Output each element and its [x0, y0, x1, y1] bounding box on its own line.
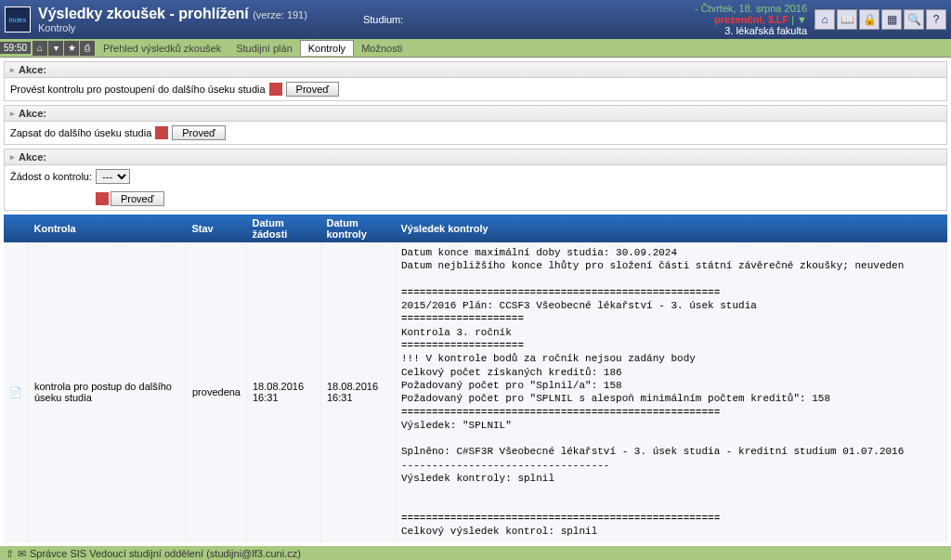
home-icon[interactable]: ⌂ — [814, 9, 835, 30]
action-panel-2: Akce: Zapsat do dalšího úseku studia Pro… — [4, 105, 947, 145]
version-label: (verze: 191) — [253, 9, 307, 20]
col-kontrola: Kontrola — [29, 215, 187, 242]
action-panel-1: Akce: Provést kontrolu pro postoupení do… — [4, 61, 947, 101]
col-blank — [4, 215, 29, 242]
tab-moznosti[interactable]: Možnosti — [354, 41, 410, 56]
study-context: prezenční, 3.LF — [714, 14, 788, 25]
home-mini-icon[interactable]: ⌂ — [33, 41, 47, 56]
studium-label: Studium: — [363, 14, 403, 25]
content-area: Akce: Provést kontrolu pro postoupení do… — [0, 58, 951, 546]
proved-button-2[interactable]: Proveď — [172, 125, 226, 140]
session-timer: 59:50 — [0, 42, 31, 54]
execute-icon — [155, 126, 168, 139]
header-toolbar: ⌂ 📖 🔒 ▦ 🔍 ? — [814, 9, 946, 30]
col-datum-zadosti: Datum žádosti — [247, 215, 321, 242]
cell-datum-zadosti: 18.08.2016 16:31 — [247, 242, 321, 542]
cell-stav: provedena — [187, 242, 247, 542]
mail-icon[interactable]: ✉ — [18, 548, 26, 560]
action-panel-3: Akce: Žádost o kontrolu: --- Proveď — [4, 149, 947, 211]
panel-header: Akce: — [5, 62, 946, 78]
search-icon[interactable]: 🔍 — [904, 9, 924, 30]
book-icon[interactable]: 📖 — [837, 9, 857, 30]
footer-text: Správce SIS Vedoucí studijní oddělení (s… — [30, 548, 301, 559]
down-mini-icon[interactable]: ▾ — [48, 41, 63, 56]
up-arrow-icon[interactable]: ⇧ — [6, 548, 14, 560]
action-text: Provést kontrolu pro postoupení do další… — [10, 84, 266, 95]
execute-icon — [96, 192, 109, 205]
request-label: Žádost o kontrolu: — [10, 171, 92, 182]
col-vysledek: Výsledek kontroly — [396, 215, 947, 242]
col-datum-kontroly: Datum kontroly — [321, 215, 396, 242]
print-mini-icon[interactable]: ⎙ — [80, 41, 95, 56]
tab-studijni-plan[interactable]: Studijní plán — [228, 41, 300, 56]
panel-header: Akce: — [5, 106, 946, 122]
panel-header: Akce: — [5, 150, 946, 165]
results-table: Kontrola Stav Datum žádosti Datum kontro… — [4, 215, 947, 542]
cell-vysledek: Datum konce maximální doby studia: 30.09… — [396, 242, 947, 542]
proved-button-1[interactable]: Proveď — [286, 82, 340, 97]
action-text: Zapsat do dalšího úseku studia — [10, 127, 151, 138]
cell-datum-kontroly: 18.08.2016 16:31 — [321, 242, 396, 542]
app-logo: index — [5, 7, 31, 33]
tab-kontroly[interactable]: Kontroly — [300, 40, 354, 56]
tab-prehled[interactable]: Přehled výsledků zkoušek — [96, 41, 228, 56]
star-mini-icon[interactable]: ★ — [64, 41, 79, 56]
dropdown-icon[interactable]: | ▼ — [791, 14, 807, 25]
table-row: 📄 kontrola pro postup do dalšího úseku s… — [4, 242, 947, 542]
row-icon-cell: 📄 — [4, 242, 29, 542]
page-title: Výsledky zkoušek - prohlížení — [38, 6, 249, 21]
app-header: index Výsledky zkoušek - prohlížení (ver… — [0, 0, 951, 39]
cell-kontrola: kontrola pro postup do dalšího úseku stu… — [29, 242, 187, 542]
footer: ⇧ ✉ Správce SIS Vedoucí studijní oddělen… — [0, 546, 951, 560]
header-context: - Čtvrtek, 18. srpna 2016 prezenční, 3.L… — [695, 3, 807, 36]
execute-icon — [269, 83, 282, 96]
current-date: - Čtvrtek, 18. srpna 2016 — [695, 3, 807, 14]
col-stav: Stav — [187, 215, 247, 242]
menubar: 59:50 ⌂ ▾ ★ ⎙ Přehled výsledků zkoušek S… — [0, 39, 951, 58]
help-icon[interactable]: ? — [926, 9, 946, 30]
flag-icon[interactable]: ▦ — [881, 9, 902, 30]
header-title-block: Výsledky zkoušek - prohlížení (verze: 19… — [38, 6, 307, 33]
faculty-name: 3. lékařská fakulta — [695, 25, 807, 36]
page-subtitle: Kontroly — [38, 22, 307, 33]
proved-button-3[interactable]: Proveď — [111, 191, 164, 206]
lock-icon[interactable]: 🔒 — [859, 9, 879, 30]
request-select[interactable]: --- — [96, 169, 130, 184]
